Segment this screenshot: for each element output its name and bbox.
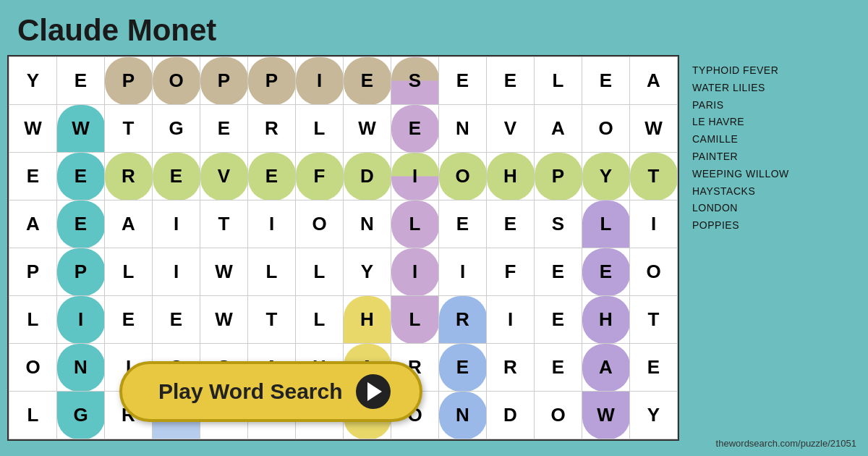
- cell: E: [439, 57, 487, 105]
- word-item: WATER LILIES: [692, 80, 804, 97]
- cell: E: [535, 248, 582, 296]
- word-item: LONDON: [692, 200, 804, 217]
- cell: H: [582, 296, 630, 344]
- cell: G: [153, 105, 200, 153]
- cell: P: [57, 248, 105, 296]
- cell: O: [630, 248, 678, 296]
- cell: E: [630, 344, 678, 392]
- cell: E: [57, 200, 105, 248]
- cell: I: [153, 200, 200, 248]
- cell: E: [391, 105, 439, 153]
- cell: E: [248, 153, 296, 200]
- cell: I: [391, 248, 439, 296]
- cell: O: [9, 344, 57, 392]
- cell: S: [391, 57, 439, 105]
- cell: E: [200, 105, 248, 153]
- cell: N: [439, 105, 487, 153]
- cell: W: [200, 248, 248, 296]
- cell: L: [296, 248, 344, 296]
- cell: E: [57, 153, 105, 200]
- cell: L: [296, 296, 344, 344]
- word-item: PAINTER: [692, 148, 804, 166]
- cell: L: [9, 296, 57, 344]
- cell: T: [248, 296, 296, 344]
- cell: H: [344, 296, 391, 344]
- cell: R: [248, 105, 296, 153]
- cell: R: [487, 344, 535, 392]
- cell: P: [9, 248, 57, 296]
- cell: L: [391, 296, 439, 344]
- cell: W: [9, 105, 57, 153]
- cell: E: [439, 200, 487, 248]
- cell: A: [582, 344, 630, 392]
- cell: E: [153, 153, 200, 200]
- cell: I: [153, 248, 200, 296]
- cell: E: [535, 296, 582, 344]
- cell: E: [105, 296, 153, 344]
- cell: S: [535, 200, 582, 248]
- cell: P: [248, 57, 296, 105]
- cell: G: [57, 392, 105, 439]
- cell: P: [105, 57, 153, 105]
- cell: I: [248, 200, 296, 248]
- cell: W: [630, 105, 678, 153]
- cell: A: [105, 200, 153, 248]
- cell: L: [582, 200, 630, 248]
- cell: D: [344, 153, 391, 200]
- cell: Y: [9, 57, 57, 105]
- cell: E: [582, 57, 630, 105]
- cell: O: [296, 200, 344, 248]
- cell: F: [296, 153, 344, 200]
- cell: R: [439, 296, 487, 344]
- cell: N: [57, 344, 105, 392]
- cell: E: [57, 57, 105, 105]
- word-item: LE HAVRE: [692, 114, 804, 131]
- cell: L: [105, 248, 153, 296]
- cell: P: [535, 153, 582, 200]
- play-button-container[interactable]: Play Word Search: [119, 361, 422, 422]
- cell: E: [487, 200, 535, 248]
- cell: A: [630, 57, 678, 105]
- cell: W: [200, 296, 248, 344]
- cell: I: [487, 296, 535, 344]
- cell: T: [200, 200, 248, 248]
- cell: Y: [582, 153, 630, 200]
- cell: T: [630, 153, 678, 200]
- cell: P: [200, 57, 248, 105]
- cell: E: [439, 344, 487, 392]
- cell: F: [487, 248, 535, 296]
- cell: I: [439, 248, 487, 296]
- cell: O: [582, 105, 630, 153]
- cell: L: [296, 105, 344, 153]
- cell: L: [391, 200, 439, 248]
- word-list: TYPHOID FEVER WATER LILIES PARIS LE HAVR…: [679, 55, 817, 444]
- cell: I: [391, 153, 439, 200]
- cell: O: [535, 392, 582, 439]
- cell: O: [153, 57, 200, 105]
- play-word-search-button[interactable]: Play Word Search: [119, 361, 422, 422]
- cell: E: [9, 153, 57, 200]
- cell: T: [105, 105, 153, 153]
- cell: A: [9, 200, 57, 248]
- title: Claude Monet: [0, 0, 868, 55]
- cell: E: [487, 57, 535, 105]
- cell: E: [344, 57, 391, 105]
- cell: L: [248, 248, 296, 296]
- cell: V: [200, 153, 248, 200]
- cell: L: [535, 57, 582, 105]
- word-item: POPPIES: [692, 217, 804, 235]
- cell: N: [439, 392, 487, 439]
- cell: Y: [344, 248, 391, 296]
- cell: E: [582, 248, 630, 296]
- cell: W: [344, 105, 391, 153]
- word-item: CAMILLE: [692, 131, 804, 148]
- cell: Y: [630, 392, 678, 439]
- cell: V: [487, 105, 535, 153]
- cell: I: [57, 296, 105, 344]
- footer-url: thewordsearch.com/puzzle/21051: [716, 438, 856, 449]
- word-item: HAYSTACKS: [692, 183, 804, 200]
- cell: R: [105, 153, 153, 200]
- word-item: TYPHOID FEVER: [692, 62, 804, 80]
- play-icon: [356, 374, 391, 409]
- cell: O: [439, 153, 487, 200]
